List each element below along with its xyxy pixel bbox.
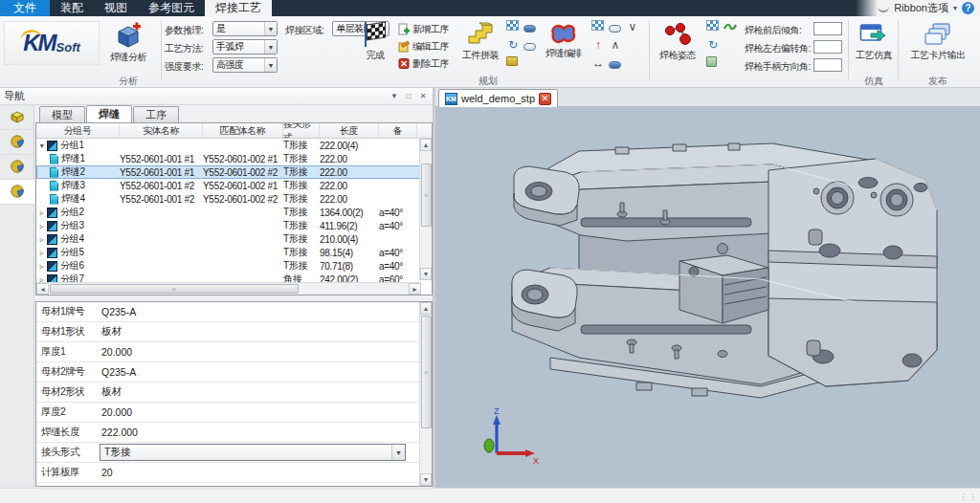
process-simulation-button[interactable]: 工艺仿真 <box>852 19 896 63</box>
nav-tab[interactable]: 模型 <box>39 106 85 122</box>
table-row[interactable]: ▹分组4T形接210.00(4) <box>36 232 421 246</box>
scroll-down-icon[interactable]: ▼ <box>420 268 432 280</box>
properties-vertical-scrollbar[interactable]: ▲ ≡ ▼ <box>419 302 432 486</box>
scrollbar-thumb[interactable]: ≡ <box>421 316 432 428</box>
side-strip-button[interactable] <box>0 180 34 205</box>
process-card-output-button[interactable]: 工艺卡片输出 <box>903 19 972 63</box>
rotate-icon[interactable]: ↻ <box>706 38 720 52</box>
table-row[interactable]: 焊缝2Y552-0601-001 #1Y552-0601-002 #2T形接22… <box>36 165 421 179</box>
row-name-cell: ▹分组5 <box>36 246 120 259</box>
length-cell: 222.00 <box>320 194 379 205</box>
tree-expanded-icon[interactable]: ▾ <box>36 142 47 150</box>
document-tab[interactable]: KM weld_demo_stp ✕ <box>438 89 558 107</box>
nav-tab[interactable]: 工序 <box>133 106 179 122</box>
torch-angle-handle-input[interactable] <box>813 58 842 72</box>
capsule-blue-icon[interactable] <box>523 25 536 33</box>
width-icon[interactable]: ↔ <box>591 56 605 70</box>
flag-icon[interactable] <box>506 20 519 31</box>
table-row[interactable]: 焊缝1Y552-0601-001 #1Y552-0601-002 #1T形接22… <box>36 152 421 165</box>
table-row[interactable]: ▹分组5T形接98.15(4)a=40° <box>36 246 421 259</box>
capsule-white-icon[interactable] <box>609 25 621 33</box>
finish-button[interactable]: 完成 <box>356 19 394 63</box>
combo-arrow-icon[interactable]: ▼ <box>264 58 277 72</box>
torch-angle-lr-input[interactable] <box>813 40 842 54</box>
print-icon[interactable] <box>506 56 518 66</box>
table-column-header[interactable]: 备 <box>379 123 417 138</box>
table-row[interactable]: ▹分组2T形接1364.00(2)a=40° <box>36 206 421 219</box>
table-row[interactable]: ▾分组1T形接222.00(4) <box>36 139 421 152</box>
rotate-icon[interactable]: ↻ <box>506 38 520 52</box>
close-tab-icon[interactable]: ✕ <box>539 93 551 105</box>
ribbon-options-button[interactable]: Ribbon选项 <box>894 1 948 15</box>
scroll-down-icon[interactable]: ▼ <box>420 473 432 486</box>
scrollbar-thumb[interactable]: ≡ <box>50 284 299 294</box>
nav-tab[interactable]: 焊缝 <box>86 105 132 122</box>
table-vertical-scrollbar[interactable]: ▲ ≡ ▼ <box>419 139 432 280</box>
weld-analysis-button[interactable]: 焊缝分析 <box>103 19 153 65</box>
side-strip-button[interactable] <box>0 155 33 180</box>
tree-collapsed-icon[interactable]: ▹ <box>36 249 47 257</box>
scroll-left-icon[interactable]: ◄ <box>36 283 49 295</box>
dock-icon[interactable]: ▼ <box>389 91 400 102</box>
param-strength-combo[interactable]: 高强度▼ <box>212 57 278 73</box>
pin-icon[interactable]: □ <box>403 91 414 102</box>
param-inference-combo[interactable]: 是▼ <box>212 21 278 36</box>
help-button[interactable]: ? <box>962 2 974 14</box>
menu-item[interactable]: 装配 <box>50 0 94 16</box>
arrow-up-icon[interactable]: ↑ <box>591 38 605 52</box>
workpiece-assembly-button[interactable]: 工件拼装 <box>457 19 503 63</box>
table-row[interactable]: 焊缝4Y552-0601-001 #2Y552-0601-002 #2T形接22… <box>36 192 421 206</box>
scroll-up-icon[interactable]: ▲ <box>420 139 432 151</box>
edit-process-button[interactable]: 编辑工序 <box>396 38 451 55</box>
table-column-header[interactable]: 长度 <box>320 123 379 138</box>
menu-item[interactable]: 文件 <box>0 0 50 16</box>
torch-pose-button[interactable]: 焊枪姿态 <box>655 19 701 63</box>
table-column-header[interactable]: 匹配体名称 <box>203 123 283 138</box>
close-icon[interactable]: ✕ <box>417 91 429 102</box>
menu-item[interactable]: 视图 <box>94 0 138 16</box>
table-column-header[interactable]: 分组号 <box>36 123 120 138</box>
resize-grip[interactable]: ⋮⋮ <box>959 492 978 501</box>
table-row[interactable]: ▹分组6T形接70.71(8)a=40° <box>36 259 421 273</box>
add-process-button[interactable]: 新增工序 <box>396 21 451 37</box>
menu-item[interactable]: 焊接工艺 <box>205 0 272 16</box>
combo-arrow-icon[interactable]: ▼ <box>264 22 277 35</box>
row-name: 分组1 <box>60 139 84 152</box>
scroll-up-icon[interactable]: ▲ <box>420 302 432 315</box>
scrollbar-thumb[interactable]: ≡ <box>421 164 432 227</box>
snake-icon[interactable] <box>724 20 737 33</box>
joint-type-combo[interactable]: T形接▼ <box>100 444 406 461</box>
table-column-header[interactable]: 实体名称 <box>120 123 203 138</box>
table-column-header[interactable]: 接头形式 <box>283 123 320 138</box>
table-row[interactable]: ▹分组3T形接411.96(2)a=40° <box>36 219 421 232</box>
flag-icon[interactable] <box>706 20 719 31</box>
tree-collapsed-icon[interactable]: ▹ <box>36 222 47 230</box>
length-cell: 222.00 <box>320 181 379 191</box>
3d-viewport[interactable]: Z X <box>435 107 980 488</box>
flag-icon[interactable] <box>591 20 604 31</box>
capsule-white-icon[interactable] <box>523 43 536 51</box>
chevron-down-icon[interactable]: ∨ <box>626 20 639 33</box>
tree-collapsed-icon[interactable]: ▹ <box>36 208 47 217</box>
side-strip-button[interactable] <box>0 105 33 130</box>
scroll-right-icon[interactable]: ► <box>409 283 421 295</box>
torch-angle-fb-input[interactable] <box>813 22 842 35</box>
side-strip-button[interactable] <box>0 130 33 155</box>
table-row[interactable]: 焊缝3Y552-0601-001 #2Y552-0601-002 #1T形接22… <box>36 179 421 192</box>
capsule-blue-icon[interactable] <box>609 61 621 69</box>
ribbon-options-arrow-icon[interactable]: ▾ <box>953 4 957 12</box>
row-name: 焊缝2 <box>61 165 85 179</box>
table-horizontal-scrollbar[interactable]: ◄ ≡ ► <box>36 282 421 295</box>
pin-icon[interactable] <box>706 56 717 67</box>
weld-arrange-button[interactable]: 焊缝编排 <box>542 19 586 61</box>
param-method-combo[interactable]: 手弧焊▼ <box>212 39 278 55</box>
workpiece-assembly-icon <box>467 22 494 47</box>
delete-process-button[interactable]: 删除工序 <box>396 55 451 72</box>
combo-arrow-icon[interactable]: ▼ <box>391 445 405 460</box>
tree-collapsed-icon[interactable]: ▹ <box>36 262 47 271</box>
chevron-up-icon[interactable]: ∧ <box>609 38 622 52</box>
combo-arrow-icon[interactable]: ▼ <box>264 40 277 54</box>
tree-collapsed-icon[interactable]: ▹ <box>36 235 47 244</box>
menu-item[interactable]: 参考图元 <box>138 0 205 16</box>
ribbon-collapse-icon[interactable] <box>878 5 889 12</box>
